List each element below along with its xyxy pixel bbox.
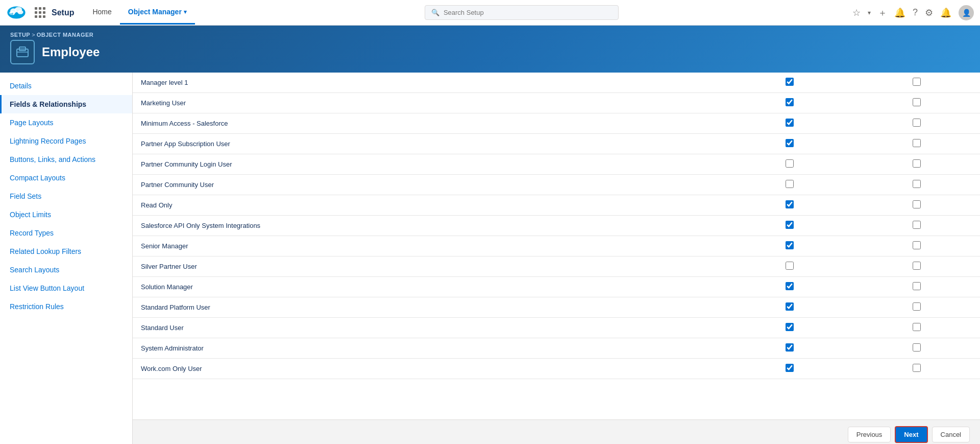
col2-checkbox[interactable] xyxy=(913,241,921,249)
col1-checkbox-cell[interactable] xyxy=(726,359,853,379)
sidebar-item-page-layouts[interactable]: Page Layouts xyxy=(0,113,132,132)
col2-checkbox[interactable] xyxy=(913,282,921,290)
sidebar-item-list-view-button-layout[interactable]: List View Button Layout xyxy=(0,279,132,297)
sidebar-item-details[interactable]: Details xyxy=(0,77,132,95)
col1-checkbox[interactable] xyxy=(786,241,794,249)
col2-checkbox-cell[interactable] xyxy=(853,338,980,359)
col2-checkbox-cell[interactable] xyxy=(853,297,980,318)
col2-checkbox[interactable] xyxy=(913,119,921,127)
star-icon[interactable]: ☆ xyxy=(852,7,861,18)
col2-checkbox-cell[interactable] xyxy=(853,277,980,297)
sidebar-item-restriction-rules[interactable]: Restriction Rules xyxy=(0,297,132,316)
sidebar-item-field-sets[interactable]: Field Sets xyxy=(0,187,132,205)
col2-checkbox-cell[interactable] xyxy=(853,256,980,277)
col2-checkbox-cell[interactable] xyxy=(853,175,980,195)
col1-checkbox[interactable] xyxy=(786,302,794,311)
sidebar-item-record-types[interactable]: Record Types xyxy=(0,224,132,242)
col1-checkbox[interactable] xyxy=(786,221,794,229)
col2-checkbox[interactable] xyxy=(913,262,921,270)
breadcrumb-object-manager[interactable]: OBJECT MANAGER xyxy=(37,32,94,38)
col2-checkbox-cell[interactable] xyxy=(853,216,980,236)
col1-checkbox[interactable] xyxy=(786,343,794,352)
col1-checkbox-cell[interactable] xyxy=(726,134,853,154)
col1-checkbox-cell[interactable] xyxy=(726,216,853,236)
col2-checkbox[interactable] xyxy=(913,159,921,168)
sidebar-item-lightning-record-pages[interactable]: Lightning Record Pages xyxy=(0,132,132,150)
search-input[interactable] xyxy=(444,9,612,16)
sidebar-item-buttons-links-actions[interactable]: Buttons, Links, and Actions xyxy=(0,150,132,169)
col1-checkbox-cell[interactable] xyxy=(726,154,853,175)
profile-name: Standard User xyxy=(133,318,726,338)
col2-checkbox[interactable] xyxy=(913,221,921,229)
col1-checkbox-cell[interactable] xyxy=(726,338,853,359)
col1-checkbox-cell[interactable] xyxy=(726,113,853,134)
tab-home[interactable]: Home xyxy=(84,1,119,25)
col1-checkbox[interactable] xyxy=(786,159,794,168)
col1-checkbox[interactable] xyxy=(786,282,794,290)
col1-checkbox-cell[interactable] xyxy=(726,195,853,216)
col2-checkbox-cell[interactable] xyxy=(853,73,980,93)
col2-checkbox[interactable] xyxy=(913,302,921,311)
col2-checkbox[interactable] xyxy=(913,323,921,331)
col2-checkbox[interactable] xyxy=(913,98,921,106)
sidebar-item-object-limits[interactable]: Object Limits xyxy=(0,205,132,224)
bell-icon[interactable]: 🔔 xyxy=(894,7,905,18)
col2-checkbox-cell[interactable] xyxy=(853,154,980,175)
col1-checkbox-cell[interactable] xyxy=(726,175,853,195)
table-footer: Previous Next Cancel xyxy=(133,419,980,444)
col2-checkbox[interactable] xyxy=(913,139,921,147)
col2-checkbox-cell[interactable] xyxy=(853,318,980,338)
col2-checkbox-cell[interactable] xyxy=(853,113,980,134)
col2-checkbox[interactable] xyxy=(913,364,921,372)
object-header: Employee xyxy=(10,40,970,64)
col1-checkbox-cell[interactable] xyxy=(726,256,853,277)
col1-checkbox-cell[interactable] xyxy=(726,93,853,113)
col1-checkbox[interactable] xyxy=(786,139,794,147)
object-icon xyxy=(15,45,30,59)
tab-object-manager[interactable]: Object Manager ▾ xyxy=(120,1,195,25)
col1-checkbox-cell[interactable] xyxy=(726,73,853,93)
sidebar-items: DetailsFields & RelationshipsPage Layout… xyxy=(0,77,132,316)
cancel-button[interactable]: Cancel xyxy=(932,427,970,442)
col1-checkbox-cell[interactable] xyxy=(726,297,853,318)
col1-checkbox[interactable] xyxy=(786,323,794,331)
sidebar-item-fields-relationships[interactable]: Fields & Relationships xyxy=(0,95,132,113)
help-icon[interactable]: ? xyxy=(913,7,918,18)
col1-checkbox[interactable] xyxy=(786,119,794,127)
col2-checkbox-cell[interactable] xyxy=(853,134,980,154)
col2-checkbox-cell[interactable] xyxy=(853,236,980,256)
sidebar-item-search-layouts[interactable]: Search Layouts xyxy=(0,261,132,279)
previous-button[interactable]: Previous xyxy=(848,427,891,442)
profile-name: System Administrator xyxy=(133,338,726,359)
col2-checkbox[interactable] xyxy=(913,180,921,188)
col2-checkbox[interactable] xyxy=(913,78,921,86)
sidebar-item-related-lookup-filters[interactable]: Related Lookup Filters xyxy=(0,242,132,261)
search-icon: 🔍 xyxy=(431,9,439,16)
next-button[interactable]: Next xyxy=(895,426,927,443)
col1-checkbox[interactable] xyxy=(786,98,794,106)
avatar[interactable]: 👤 xyxy=(959,5,974,20)
gear-icon[interactable]: ⚙ xyxy=(925,7,933,18)
col1-checkbox[interactable] xyxy=(786,200,794,208)
col2-checkbox[interactable] xyxy=(913,200,921,208)
col1-checkbox[interactable] xyxy=(786,262,794,270)
plus-icon[interactable]: ＋ xyxy=(878,7,887,19)
col2-checkbox-cell[interactable] xyxy=(853,359,980,379)
sidebar-item-compact-layouts[interactable]: Compact Layouts xyxy=(0,169,132,187)
notification-icon[interactable]: 🔔 xyxy=(940,7,951,18)
app-launcher-icon[interactable] xyxy=(35,7,45,18)
profile-name: Work.com Only User xyxy=(133,359,726,379)
col2-checkbox-cell[interactable] xyxy=(853,195,980,216)
search-bar[interactable]: 🔍 xyxy=(425,5,619,20)
col1-checkbox[interactable] xyxy=(786,364,794,372)
dropdown-icon[interactable]: ▾ xyxy=(868,9,871,16)
col1-checkbox-cell[interactable] xyxy=(726,236,853,256)
col1-checkbox-cell[interactable] xyxy=(726,318,853,338)
col2-checkbox[interactable] xyxy=(913,343,921,352)
col2-checkbox-cell[interactable] xyxy=(853,93,980,113)
col1-checkbox[interactable] xyxy=(786,180,794,188)
table-row: Senior Manager xyxy=(133,236,980,256)
breadcrumb-setup[interactable]: SETUP xyxy=(10,32,30,38)
col1-checkbox[interactable] xyxy=(786,78,794,86)
col1-checkbox-cell[interactable] xyxy=(726,277,853,297)
